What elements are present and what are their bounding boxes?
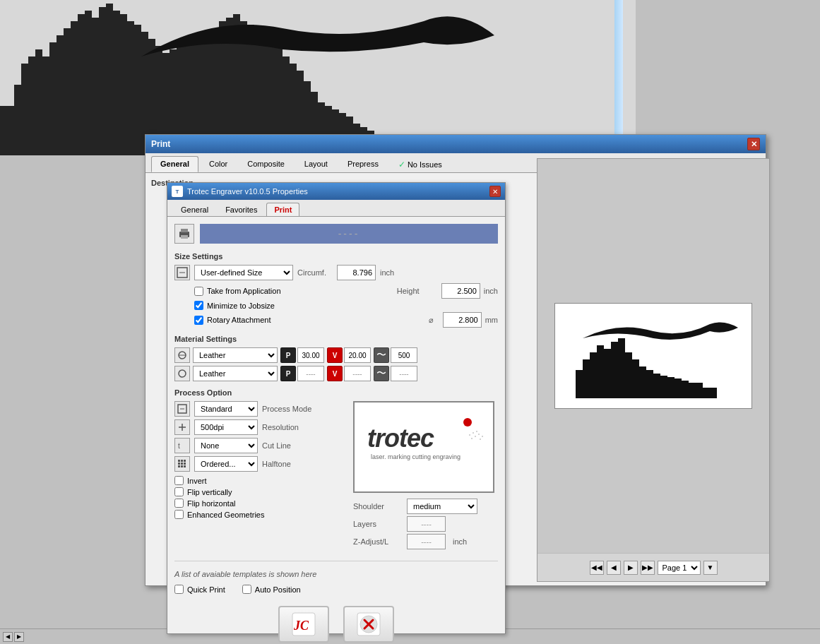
svg-point-28: [476, 431, 477, 432]
diameter-input[interactable]: [443, 312, 482, 328]
svg-point-31: [478, 434, 480, 435]
printer-icon: [178, 227, 191, 240]
freq-btn-2[interactable]: 〜: [374, 366, 389, 381]
freq-input-1[interactable]: [391, 347, 417, 363]
trotec-tab-general[interactable]: General: [173, 203, 216, 216]
resolution-label: Resolution: [262, 423, 326, 431]
preview-nav: ◀◀ ◀ ▶ ▶▶ Page 1 ▼: [537, 553, 769, 581]
layers-input[interactable]: [407, 516, 446, 532]
tab-prepress[interactable]: Prepress: [338, 156, 388, 172]
nav-last-button[interactable]: ▶▶: [641, 561, 655, 575]
shoulder-select[interactable]: medium low high: [407, 499, 477, 514]
nav-dropdown-btn[interactable]: ▼: [703, 561, 718, 575]
height-label: Height: [397, 287, 432, 295]
param-box-f1: 〜: [374, 347, 417, 363]
quick-options-row: Quick Print Auto Position: [174, 583, 498, 596]
svg-text:trotec: trotec: [367, 424, 434, 453]
z-adjust-row: Z-Adjust/L inch: [353, 534, 498, 549]
scroll-right-btn[interactable]: ▶: [14, 632, 24, 642]
cut-line-select[interactable]: None Thin Thick: [194, 438, 258, 453]
flip-horizontal-label: Flip horizontal: [187, 499, 235, 508]
scroll-left-btn[interactable]: ◀: [3, 632, 13, 642]
height-input[interactable]: [441, 283, 480, 299]
rotary-row: Rotary Attachment ⌀ mm: [194, 312, 498, 328]
standard-select[interactable]: Standard 3D Stamp: [194, 401, 258, 417]
halftone-icon: [174, 456, 190, 472]
param-box-f2: 〜: [374, 366, 417, 381]
trotec-tab-favorites[interactable]: Favorites: [218, 203, 265, 216]
trotec-dialog: T Trotec Engraver v10.0.5 Properties ✕ G…: [167, 182, 506, 634]
param-box-p2: P: [280, 366, 324, 381]
power-btn-1[interactable]: P: [280, 347, 296, 363]
tab-color[interactable]: Color: [200, 156, 237, 172]
resolution-row: 500dpi 250dpi 333dpi 1000dpi Resolution: [174, 419, 347, 435]
size-type-select[interactable]: User-defined Size Letter A4 Custom: [194, 265, 293, 280]
auto-position-checkbox[interactable]: [242, 585, 251, 594]
svg-point-24: [463, 418, 472, 427]
trotec-footer: JC: [174, 599, 498, 644]
power-input-1[interactable]: [297, 347, 324, 363]
svg-point-27: [473, 432, 474, 434]
power-input-2[interactable]: [297, 366, 324, 381]
color-bar-icon: [174, 224, 194, 244]
tab-composite[interactable]: Composite: [238, 156, 294, 172]
velocity-input-2[interactable]: [344, 366, 371, 381]
color-bar-row: ----: [174, 224, 498, 244]
preview-panel: ◀◀ ◀ ▶ ▶▶ Page 1 ▼: [537, 158, 770, 582]
rotary-label: Rotary Attachment: [207, 316, 271, 324]
material-select-1[interactable]: Leather Wood Acrylic: [193, 347, 278, 363]
tab-general[interactable]: General: [151, 156, 198, 172]
freq-input-2[interactable]: [391, 366, 417, 381]
flip-vertical-checkbox[interactable]: [174, 487, 184, 496]
minimize-checkbox[interactable]: [194, 301, 203, 310]
cut-line-label: Cut Line: [262, 441, 326, 450]
cancel-icon: [356, 612, 381, 637]
freq-btn-1[interactable]: 〜: [374, 347, 389, 363]
svg-point-32: [480, 439, 481, 440]
enhanced-geometries-checkbox[interactable]: [174, 510, 184, 519]
print-dialog-close-button[interactable]: ✕: [747, 138, 760, 150]
trotec-body: ---- Size Settings User-defined Size Let…: [167, 217, 505, 644]
enhanced-geometries-row: Enhanced Geometries: [174, 510, 347, 519]
process-left-col: Standard 3D Stamp Process Mode: [174, 401, 347, 555]
process-layout: Standard 3D Stamp Process Mode: [174, 401, 498, 555]
process-option-section: Process Option Standard 3D: [174, 388, 498, 555]
ok-button[interactable]: JC: [278, 606, 329, 643]
status-scroll: ◀ ▶: [0, 632, 27, 642]
material-select-2[interactable]: Leather Wood Acrylic: [193, 366, 278, 381]
cancel-button[interactable]: [343, 606, 394, 643]
cut-line-icon: t: [174, 438, 190, 453]
material-row-2: Leather Wood Acrylic P V 〜: [174, 366, 498, 381]
auto-position-row: Auto Position: [242, 585, 301, 594]
nav-first-button[interactable]: ◀◀: [590, 561, 604, 575]
page-select[interactable]: Page 1: [658, 561, 701, 575]
trotec-tab-print[interactable]: Print: [266, 203, 299, 216]
rotary-checkbox[interactable]: [194, 316, 203, 325]
cityscape-background: [0, 0, 636, 155]
svg-rect-15: [181, 460, 183, 462]
quick-print-checkbox[interactable]: [174, 585, 184, 594]
velocity-btn-1[interactable]: V: [327, 347, 343, 363]
velocity-input-1[interactable]: [344, 347, 371, 363]
tab-no-issues[interactable]: ✓ No Issues: [389, 156, 451, 172]
resolution-select[interactable]: 500dpi 250dpi 333dpi 1000dpi: [194, 419, 258, 435]
svg-rect-19: [184, 463, 186, 465]
circumf-label: Circumf.: [297, 268, 333, 277]
velocity-btn-2[interactable]: V: [327, 366, 343, 381]
take-from-app-checkbox[interactable]: [194, 287, 203, 296]
z-adjust-input[interactable]: [407, 534, 446, 549]
circumf-input[interactable]: [337, 265, 376, 280]
nav-next-button[interactable]: ▶: [624, 561, 638, 575]
nav-prev-button[interactable]: ◀: [607, 561, 621, 575]
trotec-close-button[interactable]: ✕: [489, 186, 501, 197]
options-section: Invert Flip vertically Flip horizontal: [174, 476, 347, 519]
param-fields-section: Shoulder medium low high Layers: [353, 499, 498, 549]
height-unit: inch: [484, 287, 498, 295]
flip-horizontal-checkbox[interactable]: [174, 499, 184, 508]
tab-layout[interactable]: Layout: [295, 156, 337, 172]
power-btn-2[interactable]: P: [280, 366, 296, 381]
invert-checkbox[interactable]: [174, 476, 184, 485]
halftone-select[interactable]: Ordered... Floyd-Steinberg Jarvis: [194, 456, 258, 472]
standard-row: Standard 3D Stamp Process Mode: [174, 401, 347, 417]
size-type-row: User-defined Size Letter A4 Custom Circu…: [174, 265, 498, 280]
